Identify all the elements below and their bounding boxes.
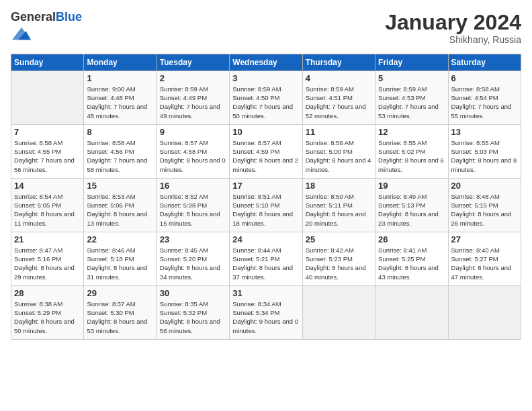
day-info: Sunrise: 8:58 AMSunset: 4:54 PMDaylight:… [451, 85, 512, 120]
day-number: 11 [306, 127, 372, 137]
day-number: 21 [14, 234, 81, 244]
day-number: 4 [306, 73, 372, 83]
day-info: Sunrise: 8:44 AMSunset: 5:21 PMDaylight:… [232, 246, 293, 281]
day-number: 6 [451, 73, 518, 83]
day-cell: 20Sunrise: 8:48 AMSunset: 5:15 PMDayligh… [448, 178, 521, 232]
day-number: 19 [378, 181, 445, 191]
day-number: 25 [306, 234, 372, 244]
day-number: 1 [87, 73, 153, 83]
day-info: Sunrise: 8:58 AMSunset: 4:55 PMDaylight:… [14, 139, 75, 173]
header: GeneralBlue January 2024 Shikhany, Russi… [11, 11, 521, 46]
main-container: GeneralBlue January 2024 Shikhany, Russi… [0, 0, 532, 347]
day-info: Sunrise: 8:51 AMSunset: 5:10 PMDaylight:… [232, 193, 293, 227]
day-info: Sunrise: 8:38 AMSunset: 5:29 PMDaylight:… [14, 300, 75, 334]
day-number: 8 [87, 127, 153, 137]
day-cell: 23Sunrise: 8:45 AMSunset: 5:20 PMDayligh… [157, 232, 229, 285]
day-cell: 31Sunrise: 8:34 AMSunset: 5:34 PMDayligh… [230, 285, 302, 339]
title-block: January 2024 Shikhany, Russia [385, 11, 521, 45]
location: Shikhany, Russia [385, 34, 521, 45]
logo: GeneralBlue [11, 11, 82, 46]
day-number: 26 [378, 234, 445, 244]
day-info: Sunrise: 8:48 AMSunset: 5:15 PMDaylight:… [451, 193, 512, 227]
day-info: Sunrise: 8:59 AMSunset: 4:53 PMDaylight:… [378, 85, 439, 120]
day-info: Sunrise: 9:00 AMSunset: 4:48 PMDaylight:… [87, 85, 147, 120]
column-header-tuesday: Tuesday [157, 54, 229, 71]
day-info: Sunrise: 8:35 AMSunset: 5:32 PMDaylight:… [160, 300, 220, 334]
day-cell: 7Sunrise: 8:58 AMSunset: 4:55 PMDaylight… [11, 124, 84, 178]
day-cell: 28Sunrise: 8:38 AMSunset: 5:29 PMDayligh… [11, 285, 84, 339]
day-info: Sunrise: 8:40 AMSunset: 5:27 PMDaylight:… [451, 246, 512, 281]
day-number: 23 [160, 234, 226, 244]
day-cell: 19Sunrise: 8:49 AMSunset: 5:13 PMDayligh… [375, 178, 448, 232]
day-number: 14 [14, 181, 81, 191]
day-number: 13 [451, 127, 518, 137]
day-info: Sunrise: 8:58 AMSunset: 4:56 PMDaylight:… [87, 139, 147, 173]
day-info: Sunrise: 8:34 AMSunset: 5:34 PMDaylight:… [232, 300, 298, 334]
day-info: Sunrise: 8:59 AMSunset: 4:51 PMDaylight:… [306, 85, 366, 120]
week-row-4: 28Sunrise: 8:38 AMSunset: 5:29 PMDayligh… [11, 285, 521, 339]
day-number: 3 [232, 73, 299, 83]
day-cell: 15Sunrise: 8:53 AMSunset: 5:06 PMDayligh… [84, 178, 157, 232]
day-cell: 2Sunrise: 8:59 AMSunset: 4:49 PMDaylight… [157, 71, 229, 124]
day-number: 10 [232, 127, 299, 137]
day-number: 15 [87, 181, 153, 191]
column-header-saturday: Saturday [448, 54, 521, 71]
day-number: 18 [306, 181, 372, 191]
column-header-thursday: Thursday [302, 54, 375, 71]
day-number: 2 [160, 73, 226, 83]
day-cell [375, 285, 448, 339]
day-number: 31 [232, 288, 299, 298]
week-row-0: 1Sunrise: 9:00 AMSunset: 4:48 PMDaylight… [11, 71, 521, 124]
day-info: Sunrise: 8:37 AMSunset: 5:30 PMDaylight:… [87, 300, 147, 334]
week-row-2: 14Sunrise: 8:54 AMSunset: 5:05 PMDayligh… [11, 178, 521, 232]
day-cell: 26Sunrise: 8:41 AMSunset: 5:25 PMDayligh… [375, 232, 448, 285]
day-cell [11, 71, 84, 124]
day-info: Sunrise: 8:45 AMSunset: 5:20 PMDaylight:… [160, 246, 220, 281]
day-cell: 6Sunrise: 8:58 AMSunset: 4:54 PMDaylight… [448, 71, 521, 124]
day-number: 17 [232, 181, 299, 191]
day-number: 22 [87, 234, 153, 244]
day-cell: 18Sunrise: 8:50 AMSunset: 5:11 PMDayligh… [302, 178, 375, 232]
day-info: Sunrise: 8:42 AMSunset: 5:23 PMDaylight:… [306, 246, 366, 281]
day-info: Sunrise: 8:55 AMSunset: 5:02 PMDaylight:… [378, 139, 444, 173]
month-title: January 2024 [385, 11, 521, 34]
week-row-1: 7Sunrise: 8:58 AMSunset: 4:55 PMDaylight… [11, 124, 521, 178]
logo-icon [12, 24, 31, 43]
day-number: 20 [451, 181, 518, 191]
calendar-table: SundayMondayTuesdayWednesdayThursdayFrid… [11, 54, 521, 340]
column-header-monday: Monday [84, 54, 157, 71]
column-header-sunday: Sunday [11, 54, 84, 71]
day-number: 27 [451, 234, 518, 244]
day-number: 30 [160, 288, 226, 298]
day-cell: 16Sunrise: 8:52 AMSunset: 5:08 PMDayligh… [157, 178, 229, 232]
day-info: Sunrise: 8:57 AMSunset: 4:59 PMDaylight:… [232, 139, 298, 173]
day-cell: 27Sunrise: 8:40 AMSunset: 5:27 PMDayligh… [448, 232, 521, 285]
day-info: Sunrise: 8:57 AMSunset: 4:58 PMDaylight:… [160, 139, 226, 173]
day-info: Sunrise: 8:59 AMSunset: 4:49 PMDaylight:… [160, 85, 220, 120]
day-info: Sunrise: 8:52 AMSunset: 5:08 PMDaylight:… [160, 193, 220, 227]
column-header-wednesday: Wednesday [230, 54, 302, 71]
week-row-3: 21Sunrise: 8:47 AMSunset: 5:16 PMDayligh… [11, 232, 521, 285]
day-info: Sunrise: 8:53 AMSunset: 5:06 PMDaylight:… [87, 193, 147, 227]
logo-blue-text: Blue [56, 10, 82, 24]
day-cell: 30Sunrise: 8:35 AMSunset: 5:32 PMDayligh… [157, 285, 229, 339]
day-cell: 24Sunrise: 8:44 AMSunset: 5:21 PMDayligh… [230, 232, 302, 285]
header-row: SundayMondayTuesdayWednesdayThursdayFrid… [11, 54, 521, 71]
day-cell: 4Sunrise: 8:59 AMSunset: 4:51 PMDaylight… [302, 71, 375, 124]
day-info: Sunrise: 8:55 AMSunset: 5:03 PMDaylight:… [451, 139, 517, 173]
day-cell: 8Sunrise: 8:58 AMSunset: 4:56 PMDaylight… [84, 124, 157, 178]
day-info: Sunrise: 8:54 AMSunset: 5:05 PMDaylight:… [14, 193, 75, 227]
day-info: Sunrise: 8:41 AMSunset: 5:25 PMDaylight:… [378, 246, 439, 281]
calendar-header: SundayMondayTuesdayWednesdayThursdayFrid… [11, 54, 521, 71]
day-cell: 29Sunrise: 8:37 AMSunset: 5:30 PMDayligh… [84, 285, 157, 339]
day-number: 28 [14, 288, 81, 298]
day-info: Sunrise: 8:56 AMSunset: 5:00 PMDaylight:… [306, 139, 371, 173]
day-info: Sunrise: 8:47 AMSunset: 5:16 PMDaylight:… [14, 246, 75, 281]
day-cell: 1Sunrise: 9:00 AMSunset: 4:48 PMDaylight… [84, 71, 157, 124]
day-cell: 17Sunrise: 8:51 AMSunset: 5:10 PMDayligh… [230, 178, 302, 232]
day-cell: 13Sunrise: 8:55 AMSunset: 5:03 PMDayligh… [448, 124, 521, 178]
day-info: Sunrise: 8:46 AMSunset: 5:18 PMDaylight:… [87, 246, 147, 281]
day-number: 5 [378, 73, 445, 83]
day-info: Sunrise: 8:49 AMSunset: 5:13 PMDaylight:… [378, 193, 439, 227]
day-cell: 25Sunrise: 8:42 AMSunset: 5:23 PMDayligh… [302, 232, 375, 285]
